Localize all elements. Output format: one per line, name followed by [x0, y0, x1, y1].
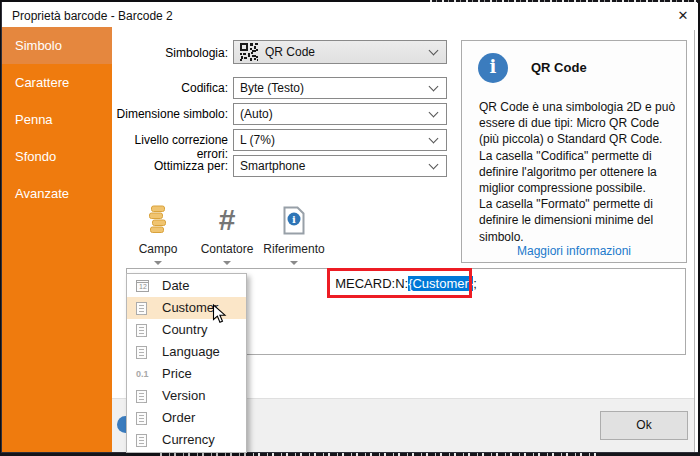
error-correction-label: Livello correzione errori: [115, 133, 228, 161]
hash-icon: # [219, 205, 236, 235]
menu-item-currency[interactable]: Currency [127, 429, 246, 451]
chevron-down-icon [429, 134, 439, 144]
screenshot-root: Proprietà barcode - Barcode 2 ✕ Simbolo … [0, 0, 700, 456]
annotation-red-box [327, 268, 472, 298]
info-panel: i QR Code QR Code è una simbologia 2D e … [461, 40, 687, 263]
list-icon [136, 302, 147, 315]
symbology-value: QR Code [265, 45, 315, 59]
menu-item-order[interactable]: Order [127, 407, 246, 429]
dropdown-caret-icon [154, 261, 162, 265]
menu-item-date[interactable]: Date [127, 275, 246, 297]
counter-button[interactable]: # Contatore [195, 202, 259, 272]
mecard-suffix: ; [473, 276, 477, 291]
encoding-value: Byte (Testo) [240, 81, 304, 95]
optimize-for-select[interactable]: Smartphone [233, 155, 447, 177]
document-info-icon: i [283, 206, 305, 235]
decimal-icon: 0.1 [136, 369, 149, 379]
window-title: Proprietà barcode - Barcode 2 [12, 9, 173, 23]
encoding-select[interactable]: Byte (Testo) [233, 77, 447, 99]
sidebar-item-simbolo[interactable]: Simbolo [2, 27, 112, 64]
symbol-size-label: Dimensione simbolo: [115, 107, 228, 121]
svg-text:i: i [292, 213, 296, 224]
more-info-link[interactable]: Maggiori informazioni [462, 244, 686, 258]
sidebar-item-penna[interactable]: Penna [2, 101, 112, 138]
right-gutter [695, 3, 698, 452]
symbology-label: Simbologia: [115, 46, 228, 60]
list-icon [136, 434, 147, 447]
symbology-select[interactable]: QR Code [233, 40, 447, 64]
calendar-icon [136, 280, 149, 292]
dropdown-caret-icon [223, 261, 231, 265]
qr-code-icon [240, 43, 258, 61]
close-icon[interactable]: ✕ [670, 6, 696, 26]
field-stack-icon [148, 205, 168, 235]
list-icon [136, 346, 147, 359]
list-icon [136, 324, 147, 337]
error-correction-select[interactable]: L (7%) [233, 129, 447, 151]
symbol-size-select[interactable]: (Auto) [233, 103, 447, 125]
optimize-for-label: Ottimizza per: [115, 159, 228, 173]
ok-button[interactable]: Ok [600, 411, 688, 440]
chevron-down-icon [429, 160, 439, 170]
encoding-label: Codifica: [115, 81, 228, 95]
sidebar-item-avanzate[interactable]: Avanzate [2, 175, 112, 212]
titlebar: Proprietà barcode - Barcode 2 ✕ [2, 2, 697, 28]
counter-button-label: Contatore [195, 242, 259, 256]
chevron-down-icon [429, 46, 439, 56]
dropdown-caret-icon [290, 261, 298, 265]
field-button[interactable]: Campo [130, 202, 186, 272]
field-button-label: Campo [130, 242, 186, 256]
menu-item-version[interactable]: Version [127, 385, 246, 407]
sidebar-item-sfondo[interactable]: Sfondo [2, 138, 112, 175]
menu-item-price[interactable]: 0.1 Price [127, 363, 246, 385]
reference-button-label: Riferimento [260, 242, 328, 256]
mouse-cursor-icon [212, 304, 229, 325]
info-panel-title: QR Code [531, 60, 587, 75]
optimize-for-value: Smartphone [240, 159, 305, 173]
right-gutter-line [694, 30, 695, 452]
list-icon [136, 390, 147, 403]
chevron-down-icon [429, 82, 439, 92]
info-icon: i [478, 53, 508, 83]
chevron-down-icon [429, 108, 439, 118]
field-dropdown-menu: Date Customer Country Language 0.1 Price… [126, 273, 247, 453]
symbol-size-value: (Auto) [240, 107, 273, 121]
reference-button[interactable]: i Riferimento [260, 202, 328, 272]
sidebar-item-carattere[interactable]: Carattere [2, 64, 112, 101]
error-correction-value: L (7%) [240, 133, 275, 147]
sidebar: Simbolo Carattere Penna Sfondo Avanzate [2, 27, 112, 452]
list-icon [136, 412, 147, 425]
info-panel-body: QR Code è una simbologia 2D e può essere… [479, 99, 677, 245]
menu-item-language[interactable]: Language [127, 341, 246, 363]
